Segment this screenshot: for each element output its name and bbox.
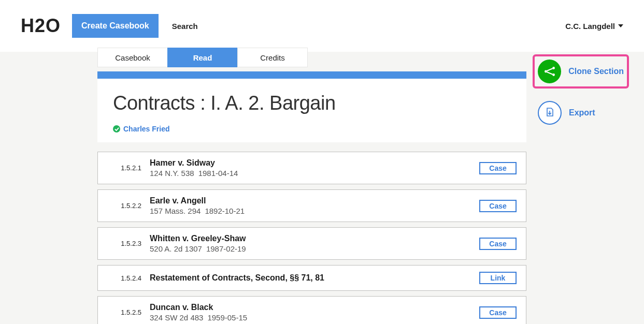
item-number: 1.5.2.1 — [98, 164, 150, 172]
item-title: Earle v. Angell — [150, 196, 479, 205]
item-list: 1.5.2.1 Hamer v. Sidway 124 N.Y. 5381981… — [97, 152, 526, 324]
section-title: Contracts : I. A. 2. Bargain — [113, 92, 511, 114]
author-name: Charles Fried — [123, 125, 169, 133]
svg-point-0 — [545, 70, 547, 73]
item-title: Hamer v. Sidway — [150, 158, 479, 168]
item-meta: 520 A. 2d 13071987-02-19 — [150, 244, 479, 253]
item-meta: 157 Mass. 2941892-10-21 — [150, 207, 479, 215]
tab-credits[interactable]: Credits — [237, 48, 308, 67]
item-meta: 324 SW 2d 4831959-05-15 — [150, 313, 479, 322]
section-title-block: Contracts : I. A. 2. Bargain Charles Fri… — [97, 79, 526, 142]
type-badge: Link — [479, 272, 517, 284]
export-button[interactable]: Export — [533, 97, 629, 129]
clone-icon — [538, 60, 561, 83]
search-link[interactable]: Search — [172, 22, 198, 31]
user-name: C.C. Langdell — [565, 22, 615, 31]
list-item[interactable]: 1.5.2.3 Whitten v. Greeley-Shaw 520 A. 2… — [97, 227, 526, 260]
item-title: Duncan v. Black — [150, 303, 479, 312]
export-label: Export — [569, 108, 595, 117]
item-title: Restatement of Contracts, Second, §§ 71,… — [150, 273, 479, 283]
author-line[interactable]: Charles Fried — [113, 125, 511, 133]
create-casebook-button[interactable]: Create Casebook — [72, 14, 159, 38]
type-badge: Case — [479, 306, 517, 319]
tab-casebook[interactable]: Casebook — [97, 48, 168, 67]
export-icon — [538, 101, 562, 125]
item-meta: 124 N.Y. 5381981-04-14 — [150, 169, 479, 178]
top-bar: H2O Create Casebook Search C.C. Langdell — [0, 0, 644, 52]
type-badge: Case — [479, 162, 517, 174]
verified-icon — [113, 125, 120, 132]
tab-read[interactable]: Read — [167, 48, 238, 67]
logo[interactable]: H2O — [21, 15, 61, 37]
side-actions: Clone Section Export — [533, 54, 629, 137]
item-number: 1.5.2.4 — [98, 274, 150, 282]
clone-section-button[interactable]: Clone Section — [533, 54, 629, 89]
chevron-down-icon — [618, 24, 623, 27]
user-menu[interactable]: C.C. Langdell — [565, 22, 623, 31]
list-item[interactable]: 1.5.2.1 Hamer v. Sidway 124 N.Y. 5381981… — [97, 152, 526, 184]
section-header-strip — [97, 71, 526, 79]
item-title: Whitten v. Greeley-Shaw — [150, 234, 479, 243]
clone-section-label: Clone Section — [568, 67, 624, 76]
list-item[interactable]: 1.5.2.2 Earle v. Angell 157 Mass. 294189… — [97, 189, 526, 222]
item-number: 1.5.2.2 — [98, 202, 150, 210]
item-number: 1.5.2.3 — [98, 240, 150, 247]
item-number: 1.5.2.5 — [98, 308, 150, 316]
type-badge: Case — [479, 238, 517, 250]
list-item[interactable]: 1.5.2.5 Duncan v. Black 324 SW 2d 483195… — [97, 296, 526, 324]
list-item[interactable]: 1.5.2.4 Restatement of Contracts, Second… — [97, 265, 526, 291]
type-badge: Case — [479, 200, 517, 212]
